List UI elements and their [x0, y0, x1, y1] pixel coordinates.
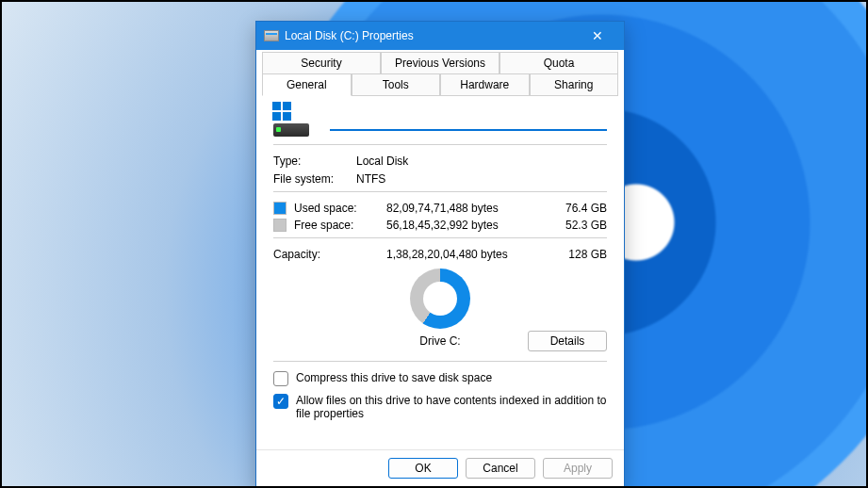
tab-previous-versions[interactable]: Previous Versions	[381, 52, 500, 74]
capacity-label: Capacity:	[273, 248, 386, 261]
close-button[interactable]: ✕	[579, 22, 616, 50]
used-swatch	[273, 202, 287, 215]
tab-sharing[interactable]: Sharing	[530, 73, 619, 96]
drive-icon	[264, 30, 279, 41]
type-value: Local Disk	[356, 155, 408, 168]
type-label: Type:	[273, 155, 356, 168]
divider	[273, 144, 607, 145]
windows-icon	[272, 102, 291, 121]
drive-large-icon	[273, 105, 309, 137]
ok-button[interactable]: OK	[388, 458, 458, 479]
dialog-footer: OK Cancel Apply	[256, 449, 624, 486]
titlebar[interactable]: Local Disk (C:) Properties ✕	[256, 22, 624, 50]
usage-chart-area: Drive C: Details	[273, 268, 607, 355]
tab-general[interactable]: General	[262, 73, 352, 96]
usage-donut-chart	[410, 268, 470, 329]
capacity-bytes: 1,38,28,20,04,480 bytes	[386, 248, 547, 261]
tab-body-general: Type:Local Disk File system:NTFS Used sp…	[256, 95, 624, 449]
index-checkbox[interactable]: ✓	[273, 394, 288, 409]
compress-label: Compress this drive to save disk space	[296, 371, 492, 384]
fs-label: File system:	[273, 172, 356, 186]
divider	[273, 191, 607, 192]
apply-button[interactable]: Apply	[543, 458, 613, 479]
cancel-button[interactable]: Cancel	[466, 458, 535, 479]
index-label: Allow files on this drive to have conten…	[296, 394, 607, 420]
tab-tools[interactable]: Tools	[352, 73, 441, 96]
divider	[273, 237, 607, 238]
free-bytes: 56,18,45,32,992 bytes	[386, 219, 547, 232]
divider	[273, 361, 607, 362]
tab-hardware[interactable]: Hardware	[440, 73, 530, 96]
drive-name-input[interactable]	[330, 110, 607, 131]
properties-window: Local Disk (C:) Properties ✕ Security Pr…	[255, 21, 625, 486]
used-label: Used space:	[294, 202, 386, 215]
free-gb: 52.3 GB	[547, 219, 607, 232]
compress-checkbox-row[interactable]: Compress this drive to save disk space	[273, 371, 607, 386]
capacity-gb: 128 GB	[547, 248, 607, 261]
free-label: Free space:	[294, 219, 386, 232]
used-gb: 76.4 GB	[547, 202, 607, 215]
free-swatch	[273, 219, 287, 232]
hard-drive-icon	[273, 123, 309, 137]
details-button[interactable]: Details	[528, 331, 607, 351]
window-title: Local Disk (C:) Properties	[285, 29, 414, 42]
fs-value: NTFS	[356, 172, 385, 186]
index-checkbox-row[interactable]: ✓ Allow files on this drive to have cont…	[273, 394, 607, 420]
compress-checkbox[interactable]	[273, 371, 288, 386]
desktop-wallpaper: Local Disk (C:) Properties ✕ Security Pr…	[2, 2, 866, 486]
tab-strip: Security Previous Versions Quota General…	[256, 50, 624, 95]
tab-security[interactable]: Security	[262, 52, 381, 74]
tab-quota[interactable]: Quota	[500, 52, 618, 74]
used-bytes: 82,09,74,71,488 bytes	[386, 202, 547, 215]
